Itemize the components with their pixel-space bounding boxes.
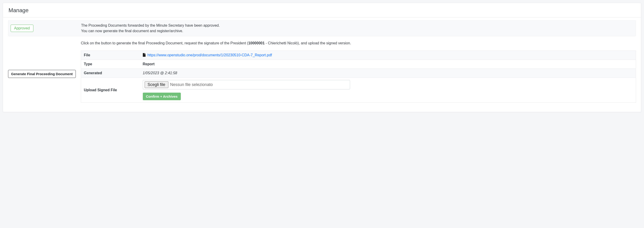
left-column: Generate Final Proceeding Document: [8, 40, 81, 78]
instruction-text: Click on the button to generate the fina…: [81, 40, 636, 46]
file-row: File https://www.openstudio.one/prod/doc…: [81, 51, 636, 60]
upload-row: Upload Signed File Scegli file Nessun fi…: [81, 78, 636, 103]
type-row: Type Report: [81, 60, 636, 69]
generated-label: Generated: [81, 69, 140, 78]
card-body: Approved The Proceeding Documents forwar…: [3, 17, 641, 112]
no-file-selected-text: Nessun file selezionato: [170, 82, 213, 87]
manage-card: Manage Approved The Proceeding Documents…: [3, 3, 641, 112]
status-badge: Approved: [10, 25, 34, 32]
status-banner: Approved The Proceeding Documents forwar…: [8, 20, 636, 36]
file-label: File: [81, 51, 140, 60]
choose-file-button[interactable]: Scegli file: [145, 81, 168, 88]
type-value: Report: [140, 60, 636, 69]
upload-label: Upload Signed File: [81, 78, 140, 103]
page-title: Manage: [8, 7, 636, 13]
status-badge-col: Approved: [10, 25, 81, 32]
file-cell: https://www.openstudio.one/prod/document…: [140, 51, 636, 60]
instruction-prefix: Click on the button to generate the fina…: [81, 41, 248, 45]
file-link[interactable]: https://www.openstudio.one/prod/document…: [148, 53, 272, 57]
file-icon: [143, 53, 146, 57]
details-table: File https://www.openstudio.one/prod/doc…: [81, 51, 636, 103]
generate-final-document-button[interactable]: Generate Final Proceeding Document: [8, 70, 76, 78]
instruction-suffix: - Chierichetti Nicolò), and upload the s…: [265, 41, 351, 45]
type-label: Type: [81, 60, 140, 69]
status-message-line2: You can now generate the final document …: [81, 28, 634, 34]
status-message: The Proceeding Documents forwarded by th…: [81, 23, 634, 34]
card-header: Manage: [3, 3, 641, 17]
generated-row: Generated 1/05/2023 @ 2:41:58: [81, 69, 636, 78]
file-input[interactable]: Scegli file Nessun file selezionato: [143, 80, 350, 89]
confirm-archives-button[interactable]: Confirm + Archives: [143, 93, 181, 100]
status-message-line1: The Proceeding Documents forwarded by th…: [81, 23, 634, 28]
president-id: 10000001: [248, 41, 265, 45]
upload-cell: Scegli file Nessun file selezionato Conf…: [140, 78, 636, 103]
generated-value: 1/05/2023 @ 2:41:58: [140, 69, 636, 78]
right-column: Click on the button to generate the fina…: [81, 40, 636, 103]
content-row: Generate Final Proceeding Document Click…: [8, 40, 636, 103]
